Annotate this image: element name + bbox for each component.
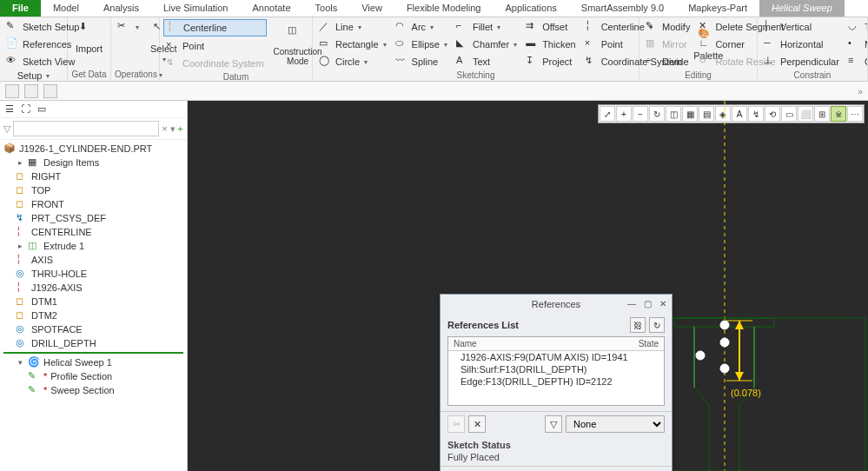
- mirror-button[interactable]: ▥Mirror: [643, 36, 692, 52]
- tree-helical-sweep[interactable]: ▾🌀Helical Sweep 1: [0, 355, 187, 369]
- import-button[interactable]: ⬇ Import: [71, 19, 107, 56]
- tab-helical-sweep[interactable]: Helical Sweep: [759, 0, 845, 17]
- tab-file[interactable]: File: [0, 0, 41, 17]
- filter-clear-icon[interactable]: ×: [162, 123, 167, 134]
- tree-profile-section[interactable]: ✎*Profile Section: [0, 369, 187, 383]
- rectangle-button[interactable]: ▭Rectangle: [316, 36, 389, 52]
- chamfer-button[interactable]: ◣Chamfer: [454, 36, 520, 52]
- tree-top[interactable]: ◻TOP: [0, 183, 187, 197]
- fillet-button[interactable]: ⌐Fillet: [454, 19, 520, 35]
- text-button[interactable]: AText: [454, 54, 520, 70]
- tree-right[interactable]: ◻RIGHT: [0, 169, 187, 183]
- axis-icon: ╎: [16, 254, 28, 266]
- tab-flexible-modeling[interactable]: Flexible Modeling: [394, 0, 494, 17]
- hole-icon: ◎: [16, 268, 28, 280]
- references-icon: 📄: [6, 37, 20, 51]
- tb-3[interactable]: [43, 84, 57, 98]
- tree-extrude[interactable]: ▸◫Extrude 1: [0, 239, 187, 253]
- filter-icon[interactable]: ▽: [3, 123, 10, 135]
- import-label: Import: [76, 43, 103, 54]
- tree-thru-hole[interactable]: ◎THRU-HOLE: [0, 267, 187, 281]
- datum-coord-button[interactable]: ↯Coordinate System: [163, 56, 267, 71]
- datum-plane-icon: ◻: [16, 295, 28, 308]
- graphics-canvas[interactable]: ⤢ + − ↻ ◫ ▦ ▤ ◈ A ↯ ⟲ ▭ ⬜ ⊞ ※ ⋯: [188, 101, 868, 471]
- scissors-icon: ✂: [117, 20, 131, 34]
- offset-button[interactable]: ⇉Offset: [523, 19, 579, 35]
- tab-tools[interactable]: Tools: [303, 0, 350, 17]
- ellipse-button[interactable]: ⬭Ellipse: [393, 36, 450, 52]
- datum-point-button[interactable]: ×Point: [163, 38, 267, 54]
- tab-model[interactable]: Model: [41, 0, 91, 17]
- operations-group-title[interactable]: Operations: [115, 69, 156, 79]
- project-button[interactable]: ↧Project: [523, 54, 579, 70]
- spline-button[interactable]: 〰Spline: [393, 54, 450, 70]
- arc-button[interactable]: ◠Arc: [393, 19, 450, 35]
- dialog-minimize-button[interactable]: —: [625, 296, 639, 310]
- ref-row-2[interactable]: Edge:F13(DRILL_DEPTH) ID=2122: [448, 375, 664, 388]
- ref-loop-button[interactable]: ↻: [649, 317, 665, 333]
- mirror-icon: ▥: [646, 37, 659, 51]
- tree-design-items[interactable]: ▸▦Design Items: [0, 156, 187, 169]
- dialog-titlebar[interactable]: References — ▢ ✕: [441, 295, 672, 314]
- circle-button[interactable]: ◯Circle: [316, 54, 389, 70]
- coincident-button[interactable]: ≡Coinci: [845, 54, 868, 70]
- ref-col-state: State: [639, 339, 659, 348]
- ref-delete-button[interactable]: ✕: [468, 415, 486, 433]
- sketch-view-icon: 👁: [6, 55, 20, 69]
- ref-filter-button[interactable]: ▽: [545, 415, 562, 433]
- datum-plane-icon: ◻: [16, 184, 28, 196]
- ref-section-button[interactable]: ✂: [447, 415, 465, 433]
- datum-centerline-button[interactable]: ╎Centerline: [163, 19, 267, 36]
- vertical-button[interactable]: │Vertical: [761, 19, 842, 35]
- ref-row-1[interactable]: Silh:Surf:F13(DRILL_DEPTH): [448, 363, 664, 375]
- ref-chain-button[interactable]: ⛓: [630, 317, 646, 333]
- divide-button[interactable]: ÷Divide: [643, 54, 692, 70]
- tab-smartassembly[interactable]: SmartAssembly 9.0: [569, 0, 676, 17]
- tab-annotate[interactable]: Annotate: [240, 0, 302, 17]
- tab-analysis[interactable]: Analysis: [91, 0, 151, 17]
- coord-icon: ↯: [166, 56, 180, 70]
- dimension-label[interactable]: (0.078): [731, 388, 761, 398]
- midpoint-button[interactable]: •Mid-po: [845, 36, 868, 52]
- tree-insert-marker[interactable]: [3, 352, 183, 354]
- tangent-button[interactable]: ◡Tangen: [845, 19, 868, 35]
- ref-row-0[interactable]: J1926-AXIS:F9(DATUM AXIS) ID=1941: [448, 351, 664, 363]
- tree-front[interactable]: ◻FRONT: [0, 197, 187, 211]
- setup-dropdown[interactable]: Setup: [3, 70, 63, 82]
- tree-dtm2[interactable]: ◻DTM2: [0, 308, 187, 322]
- tb-2[interactable]: [24, 84, 38, 98]
- cut-paste-split[interactable]: ✂: [115, 19, 142, 35]
- svg-marker-10: [735, 372, 744, 381]
- tree-centerline[interactable]: ╎CENTERLINE: [0, 225, 187, 239]
- tab-live-simulation[interactable]: Live Simulation: [151, 0, 241, 17]
- tree-dtm1[interactable]: ◻DTM1: [0, 295, 187, 308]
- tab-mapkeys-part[interactable]: Mapkeys-Part: [676, 0, 759, 17]
- tree-axis[interactable]: ╎AXIS: [0, 253, 187, 267]
- tab-view[interactable]: View: [349, 0, 394, 17]
- ref-filter-select[interactable]: None: [566, 415, 665, 433]
- tb-1[interactable]: [5, 84, 19, 98]
- dialog-maximize-button[interactable]: ▢: [640, 296, 654, 310]
- filter-options-icon[interactable]: ▾: [170, 123, 176, 135]
- line-button[interactable]: ／Line: [316, 19, 389, 35]
- tab-applications[interactable]: Applications: [493, 0, 568, 17]
- delete-segment-icon: ✕: [699, 20, 712, 34]
- filter-add-icon[interactable]: +: [178, 123, 183, 134]
- thicken-button[interactable]: ▬Thicken: [523, 36, 579, 52]
- tree-drill-depth[interactable]: ◎DRILL_DEPTH: [0, 336, 187, 350]
- tree-tab-icon[interactable]: ☰: [5, 103, 14, 115]
- tree-spotface[interactable]: ◎SPOTFACE: [0, 322, 187, 336]
- perpendicular-button[interactable]: ⊥Perpendicular: [761, 54, 842, 70]
- tree-filter-input[interactable]: [13, 121, 159, 136]
- references-list[interactable]: Name State J1926-AXIS:F9(DATUM AXIS) ID=…: [447, 336, 665, 406]
- sketch-icon: ✎: [28, 370, 40, 382]
- tree-j1926-axis[interactable]: ╎J1926-AXIS: [0, 281, 187, 295]
- tree-root[interactable]: 📦J1926-1_CYLINDER-END.PRT: [0, 142, 187, 156]
- tree-sweep-section[interactable]: ✎*Sweep Section: [0, 383, 187, 397]
- horizontal-button[interactable]: ─Horizontal: [761, 36, 842, 52]
- tree-tab-icon3[interactable]: ▭: [37, 103, 46, 115]
- modify-button[interactable]: ✎Modify: [643, 19, 692, 35]
- dialog-close-x-button[interactable]: ✕: [656, 296, 670, 310]
- tree-csys[interactable]: ↯PRT_CSYS_DEF: [0, 211, 187, 225]
- tree-tab-icon2[interactable]: ⛶: [21, 103, 30, 115]
